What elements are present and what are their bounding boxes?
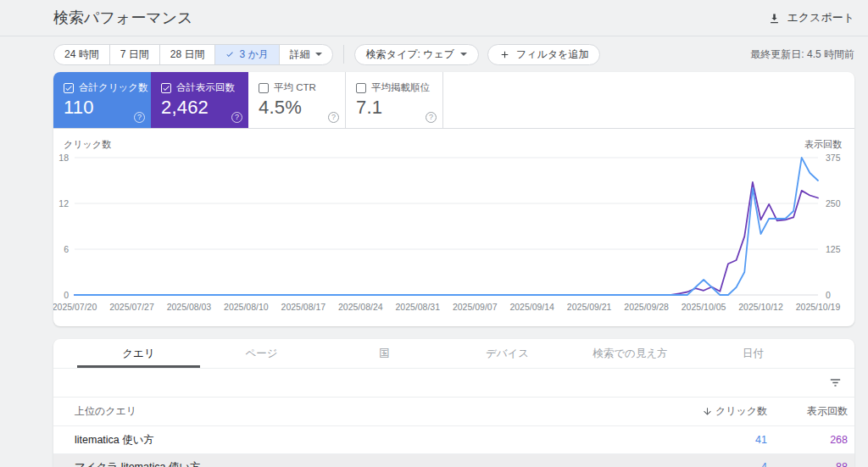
help-icon[interactable]: ? <box>231 112 242 123</box>
left-axis-title: クリック数 <box>64 139 111 149</box>
left-axis-tick: 12 <box>58 198 69 208</box>
chevron-down-icon <box>315 53 322 56</box>
x-axis-tick: 2025/09/07 <box>453 302 498 312</box>
x-axis-tick: 2025/07/20 <box>53 302 97 312</box>
filter-list-icon[interactable] <box>828 375 843 390</box>
right-axis-tick: 250 <box>826 198 841 208</box>
series-line-clicks <box>75 158 818 295</box>
right-axis-tick: 125 <box>826 244 841 254</box>
date-range-option-3[interactable]: 3 か月 <box>214 45 278 64</box>
date-range-option-1[interactable]: 7 日間 <box>109 45 159 64</box>
query-cell[interactable]: マイクラ litematica 使い方 <box>75 460 678 467</box>
performance-chart-card: 合計クリック数110?合計表示回数2,462?平均 CTR4.5%?平均掲載順位… <box>53 72 854 326</box>
metric-label: 合計表示回数 <box>176 81 235 94</box>
dimension-tabs: クエリページ国デバイス検索での見え方日付 <box>53 339 854 369</box>
x-axis-tick: 2025/07/27 <box>109 302 154 312</box>
clicks-column-header[interactable]: クリック数 <box>678 404 767 419</box>
series-line-impressions <box>75 182 818 295</box>
page-header: 検索パフォーマンス エクスポート <box>0 0 868 36</box>
impressions-cell: 88 <box>767 461 848 467</box>
filter-bar: 24 時間7 日間28 日間3 か月詳細 検索タイプ: ウェブ フィルタを追加 … <box>0 36 868 72</box>
metric-card-top: 平均掲載順位 <box>356 81 442 94</box>
x-axis-tick: 2025/08/03 <box>167 302 212 312</box>
performance-chart[interactable]: 0612180125250375クリック数表示回数2025/07/202025/… <box>53 129 854 326</box>
search-type-label: 検索タイプ: ウェブ <box>366 47 454 62</box>
export-label: エクスポート <box>787 10 854 25</box>
metric-card-top: 合計クリック数 <box>64 81 151 94</box>
divider <box>343 45 344 64</box>
x-axis-tick: 2025/10/05 <box>682 302 726 312</box>
table-body: litematica 使い方41268マイクラ litematica 使い方48… <box>53 426 854 467</box>
export-button[interactable]: エクスポート <box>768 10 854 25</box>
metric-checkbox[interactable] <box>356 83 366 93</box>
metric-label: 平均 CTR <box>274 81 316 94</box>
metric-card-top: 平均 CTR <box>259 81 345 94</box>
metric-card-top: 合計表示回数 <box>161 81 248 94</box>
date-range-option-2[interactable]: 28 日間 <box>159 45 215 64</box>
table-row[interactable]: litematica 使い方41268 <box>53 426 854 454</box>
help-icon[interactable]: ? <box>426 112 437 123</box>
x-axis-tick: 2025/10/12 <box>738 302 783 312</box>
clicks-cell: 4 <box>678 461 767 467</box>
add-filter-label: フィルタを追加 <box>516 47 588 62</box>
x-axis-tick: 2025/08/10 <box>224 302 269 312</box>
date-range-option-0[interactable]: 24 時間 <box>54 45 109 64</box>
date-range-option-4[interactable]: 詳細 <box>279 45 332 64</box>
plus-icon <box>499 49 510 60</box>
right-axis-tick: 0 <box>826 290 831 300</box>
x-axis-tick: 2025/09/21 <box>567 302 612 312</box>
table-header: 上位のクエリ クリック数 表示回数 <box>53 398 854 426</box>
date-range-label: 24 時間 <box>64 47 99 62</box>
metric-checkbox[interactable] <box>259 83 269 93</box>
metric-card-3[interactable]: 平均掲載順位7.1? <box>346 72 443 128</box>
help-icon[interactable]: ? <box>134 112 145 123</box>
metric-card-0[interactable]: 合計クリック数110? <box>53 72 151 128</box>
page-title: 検索パフォーマンス <box>53 8 768 28</box>
last-updated-text: 最終更新日: 4.5 時間前 <box>750 47 854 62</box>
date-range-label: 詳細 <box>290 47 310 62</box>
date-range-group: 24 時間7 日間28 日間3 か月詳細 <box>53 44 333 65</box>
metric-label: 合計クリック数 <box>79 81 148 94</box>
time-series-chart: 0612180125250375クリック数表示回数2025/07/202025/… <box>53 129 854 326</box>
table-filter-row <box>53 369 854 398</box>
impressions-column-header[interactable]: 表示回数 <box>767 404 848 419</box>
table-row[interactable]: マイクラ litematica 使い方488 <box>53 454 854 467</box>
impressions-cell: 268 <box>767 434 848 446</box>
left-axis-tick: 0 <box>64 290 69 300</box>
tab-0[interactable]: クエリ <box>77 339 200 368</box>
search-performance-page: 検索パフォーマンス エクスポート 24 時間7 日間28 日間3 か月詳細 検索… <box>0 0 868 467</box>
tab-3[interactable]: デバイス <box>446 339 569 368</box>
right-axis-title: 表示回数 <box>804 139 842 149</box>
tab-5[interactable]: 日付 <box>692 339 815 368</box>
tab-1[interactable]: ページ <box>200 339 323 368</box>
add-filter-button[interactable]: フィルタを追加 <box>487 44 600 65</box>
left-axis-tick: 18 <box>58 153 69 163</box>
query-column-header[interactable]: 上位のクエリ <box>75 404 678 419</box>
check-icon <box>225 50 234 58</box>
metric-card-2[interactable]: 平均 CTR4.5%? <box>248 72 346 128</box>
metric-card-1[interactable]: 合計表示回数2,462? <box>151 72 248 128</box>
left-axis-tick: 6 <box>64 244 69 254</box>
metric-checkbox[interactable] <box>161 83 171 93</box>
chevron-down-icon <box>460 53 467 56</box>
metric-cards-row: 合計クリック数110?合計表示回数2,462?平均 CTR4.5%?平均掲載順位… <box>53 72 854 129</box>
x-axis-tick: 2025/08/17 <box>281 302 326 312</box>
clicks-cell: 41 <box>678 434 767 446</box>
x-axis-tick: 2025/08/31 <box>395 302 440 312</box>
x-axis-tick: 2025/09/28 <box>624 302 669 312</box>
help-icon[interactable]: ? <box>328 112 339 123</box>
right-axis-tick: 375 <box>826 153 841 163</box>
sort-descending-icon <box>702 406 713 417</box>
date-range-label: 7 日間 <box>120 47 149 62</box>
x-axis-tick: 2025/09/14 <box>509 302 554 312</box>
date-range-label: 28 日間 <box>170 47 205 62</box>
tab-4[interactable]: 検索での見え方 <box>569 339 692 368</box>
search-type-button[interactable]: 検索タイプ: ウェブ <box>354 44 479 65</box>
metric-checkbox[interactable] <box>64 83 74 93</box>
dimensions-table-card: クエリページ国デバイス検索での見え方日付 上位のクエリ クリック数 表示回数 l… <box>53 339 854 467</box>
download-icon <box>768 12 781 25</box>
query-cell[interactable]: litematica 使い方 <box>75 433 678 448</box>
clicks-header-label: クリック数 <box>715 404 767 419</box>
tab-2[interactable]: 国 <box>323 339 446 368</box>
metric-label: 平均掲載順位 <box>371 81 430 94</box>
